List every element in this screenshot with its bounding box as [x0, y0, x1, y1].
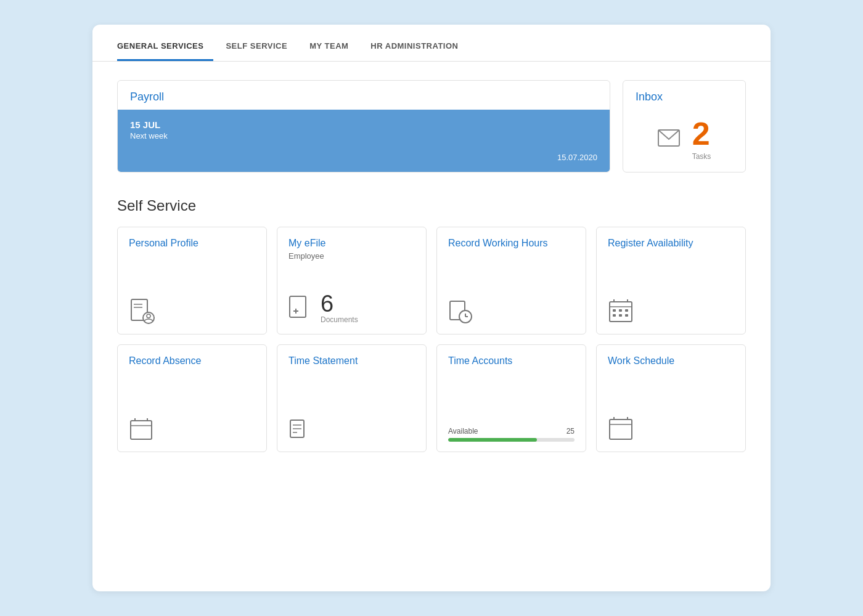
- card-body-register-availability: [608, 250, 734, 324]
- card-work-schedule[interactable]: Work Schedule: [596, 344, 746, 452]
- svg-rect-20: [613, 314, 616, 317]
- card-title-work-schedule: Work Schedule: [608, 355, 734, 368]
- svg-rect-18: [619, 309, 622, 312]
- inbox-mail-icon: [658, 129, 680, 149]
- nav-general-services[interactable]: GENERAL SERVICES: [117, 41, 213, 61]
- card-title-record-working-hours: Record Working Hours: [448, 237, 575, 250]
- card-title-time-statement: Time Statement: [288, 355, 415, 368]
- card-body-personal-profile: [129, 250, 255, 324]
- inbox-count-area: 2 Tasks: [692, 118, 711, 161]
- svg-rect-23: [131, 421, 152, 439]
- payroll-widget[interactable]: Payroll 15 JUL Next week 15.07.2020: [117, 80, 610, 172]
- efile-count-area: 6 Documents: [321, 292, 358, 324]
- svg-rect-17: [613, 309, 616, 312]
- card-body-time-accounts: Available 25: [448, 368, 575, 442]
- payroll-footer-date: 15.07.2020: [130, 140, 597, 162]
- card-time-accounts[interactable]: Time Accounts Available 25: [436, 344, 586, 452]
- nav-bar: GENERAL SERVICES SELF SERVICE MY TEAM HR…: [92, 25, 771, 62]
- nav-self-service[interactable]: SELF SERVICE: [226, 41, 297, 61]
- efile-count-label: Documents: [321, 315, 358, 324]
- widgets-row: Payroll 15 JUL Next week 15.07.2020 Inbo…: [117, 80, 746, 172]
- page-content: Payroll 15 JUL Next week 15.07.2020 Inbo…: [92, 62, 771, 471]
- inbox-body: 2 Tasks: [636, 116, 733, 162]
- card-body-work-schedule: [608, 368, 734, 442]
- inbox-title: Inbox: [636, 91, 733, 103]
- svg-rect-21: [619, 314, 622, 317]
- card-title-time-accounts: Time Accounts: [448, 355, 575, 368]
- card-personal-profile[interactable]: Personal Profile: [117, 227, 267, 334]
- card-title-register-availability: Register Availability: [608, 237, 734, 250]
- payroll-title: Payroll: [130, 91, 597, 103]
- clock-list-icon: [288, 417, 313, 442]
- clock-file-icon: [448, 298, 474, 324]
- inbox-count: 2: [692, 118, 711, 150]
- person-file-icon: [129, 298, 155, 324]
- file-plus-icon: 6 Documents: [288, 292, 358, 324]
- inbox-widget[interactable]: Inbox 2 Tasks: [623, 80, 746, 172]
- inbox-tasks-label: Tasks: [692, 152, 711, 161]
- progress-bar-bg: [448, 438, 575, 442]
- calendar-x-icon: [129, 417, 153, 442]
- card-register-availability[interactable]: Register Availability: [596, 227, 746, 334]
- svg-rect-22: [625, 314, 628, 317]
- nav-hr-administration[interactable]: HR ADMINISTRATION: [370, 41, 468, 61]
- svg-rect-31: [610, 419, 632, 439]
- card-body-time-statement: [288, 368, 415, 442]
- card-time-statement[interactable]: Time Statement: [277, 344, 427, 452]
- payroll-body: 15 JUL Next week 15.07.2020: [118, 110, 610, 172]
- progress-bar-fill: [448, 438, 537, 442]
- card-title-record-absence: Record Absence: [129, 355, 255, 368]
- cards-grid: Personal Profile: [117, 227, 746, 452]
- efile-count: 6: [321, 292, 358, 315]
- svg-rect-19: [625, 309, 628, 312]
- svg-rect-6: [290, 296, 306, 317]
- card-title-my-efile: My eFile: [288, 237, 415, 250]
- card-record-absence[interactable]: Record Absence: [117, 344, 267, 452]
- progress-available-label: Available: [448, 427, 478, 436]
- card-my-efile[interactable]: My eFile Employee 6 Documents: [277, 227, 427, 334]
- payroll-sublabel: Next week: [130, 131, 597, 140]
- payroll-header: Payroll: [118, 81, 610, 110]
- card-body-record-working-hours: [448, 250, 575, 324]
- section-title: Self Service: [117, 197, 746, 214]
- payroll-date: 15 JUL: [130, 120, 597, 130]
- nav-my-team[interactable]: MY TEAM: [309, 41, 358, 61]
- main-container: GENERAL SERVICES SELF SERVICE MY TEAM HR…: [92, 25, 771, 591]
- progress-available-row: Available 25: [448, 427, 575, 436]
- card-title-personal-profile: Personal Profile: [129, 237, 255, 250]
- calendar-check-icon: [608, 416, 634, 442]
- card-subtitle-my-efile: Employee: [288, 251, 415, 261]
- time-accounts-progress: Available 25: [448, 427, 575, 442]
- self-service-section: Self Service Personal Profile: [117, 197, 746, 452]
- card-body-my-efile: 6 Documents: [288, 261, 415, 324]
- card-record-working-hours[interactable]: Record Working Hours: [436, 227, 586, 334]
- card-body-record-absence: [129, 368, 255, 442]
- calendar-grid-icon: [608, 298, 634, 324]
- progress-available-value: 25: [566, 427, 575, 436]
